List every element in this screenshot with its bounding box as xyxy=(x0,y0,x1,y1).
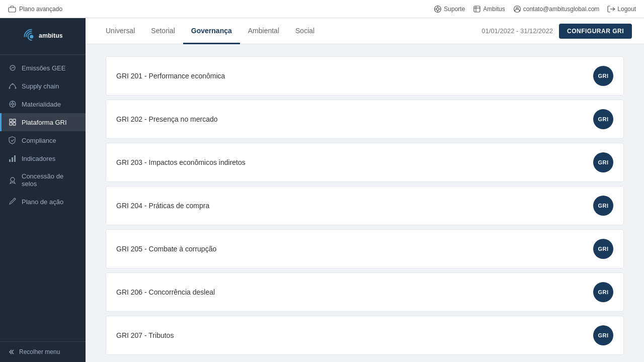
logout-label: Logout xyxy=(617,6,636,13)
gri-badge-205: GRI xyxy=(593,239,613,259)
gri-badge-207: GRI xyxy=(593,325,613,345)
contact-label: contato@ambitusglobal.com xyxy=(523,6,600,13)
sidebar-item-label: Indicadores xyxy=(22,155,55,162)
supply-chain-icon xyxy=(9,82,17,90)
sidebar-item-label: Materialidade xyxy=(22,101,61,108)
sidebar-item-materialidade[interactable]: Materialidade xyxy=(0,95,86,113)
svg-point-11 xyxy=(516,7,518,9)
tab-setorial[interactable]: Setorial xyxy=(143,18,183,44)
gri-item-label: GRI 203 - Impactos econômicos indiretos xyxy=(116,158,246,166)
main-area: GRI 201 - Performance econômica GRI GRI … xyxy=(86,44,644,362)
materialidade-icon xyxy=(9,100,17,108)
chevrons-left-icon xyxy=(7,348,15,356)
plano-acao-icon xyxy=(9,198,17,206)
svg-rect-26 xyxy=(13,119,16,122)
gri-badge-201: GRI xyxy=(593,66,613,86)
svg-point-16 xyxy=(12,83,14,85)
collapse-label: Recolher menu xyxy=(19,348,60,355)
gri-item-202[interactable]: GRI 202 - Presença no mercado GRI xyxy=(106,100,624,139)
svg-rect-28 xyxy=(13,123,16,125)
gri-item-label: GRI 205 - Combate à corrupção xyxy=(116,245,216,253)
sidebar-item-label: Plataforma GRI xyxy=(22,119,67,126)
gri-item-label: GRI 204 - Práticas de compra xyxy=(116,202,209,210)
support-label: Suporte xyxy=(444,6,465,13)
gri-badge-202: GRI xyxy=(593,109,613,129)
logout-link[interactable]: Logout xyxy=(607,5,636,13)
support-icon xyxy=(434,5,442,13)
sidebar-item-supply-chain[interactable]: Supply chain xyxy=(0,77,86,95)
ambitus-link[interactable]: Ambitus xyxy=(473,5,505,13)
svg-text:ambitus: ambitus xyxy=(39,32,63,39)
configurar-gri-button[interactable]: CONFIGURAR GRI xyxy=(559,24,632,39)
sidebar-item-label: Plano de ação xyxy=(22,198,63,206)
briefcase-icon xyxy=(8,5,16,13)
svg-rect-30 xyxy=(12,157,13,162)
gri-item-204[interactable]: GRI 204 - Práticas de compra GRI xyxy=(106,186,624,225)
sidebar-item-label: Compliance xyxy=(22,137,56,144)
plan-label: Plano avançado xyxy=(19,6,62,13)
topbar: Plano avançado Suporte Ambitus xyxy=(0,0,644,18)
svg-rect-31 xyxy=(14,155,16,162)
tab-governanca[interactable]: Governança xyxy=(183,18,240,44)
concessao-icon xyxy=(9,176,17,184)
tab-ambiental[interactable]: Ambiental xyxy=(240,18,287,44)
svg-rect-25 xyxy=(10,119,12,122)
gri-item-201[interactable]: GRI 201 - Performance econômica GRI xyxy=(106,56,624,96)
indicadores-icon xyxy=(9,154,17,162)
gri-item-label: GRI 201 - Performance econômica xyxy=(116,72,225,80)
gri-list: GRI 201 - Performance econômica GRI GRI … xyxy=(106,56,624,359)
gri-item-203[interactable]: GRI 203 - Impactos econômicos indiretos … xyxy=(106,143,624,182)
tab-universal[interactable]: Universal xyxy=(98,18,143,44)
gri-badge-203: GRI xyxy=(593,152,613,172)
emissions-icon xyxy=(9,64,17,72)
sidebar-item-compliance[interactable]: Compliance xyxy=(0,131,86,149)
sidebar-item-label: Concessão de selos xyxy=(22,172,78,188)
nav-tabs-bar: Universal Setorial Governança Ambiental … xyxy=(86,18,644,44)
sidebar-logo: ambitus xyxy=(0,18,86,55)
sidebar-item-indicadores[interactable]: Indicadores xyxy=(0,149,86,167)
svg-point-13 xyxy=(30,35,33,38)
topbar-plan: Plano avançado xyxy=(8,5,62,13)
sidebar-nav: Emissões GEE Supply chain xyxy=(0,55,86,341)
gri-item-label: GRI 206 - Concorrência desleal xyxy=(116,288,215,296)
gri-item-label: GRI 207 - Tributos xyxy=(116,331,174,339)
gri-item-205[interactable]: GRI 205 - Combate à corrupção GRI xyxy=(106,229,624,268)
main-content: Universal Setorial Governança Ambiental … xyxy=(86,18,644,362)
topbar-actions: Suporte Ambitus contato@ambitusglobal.co… xyxy=(434,5,636,13)
nav-tabs-right: 01/01/2022 - 31/12/2022 CONFIGURAR GRI xyxy=(481,18,632,44)
svg-point-15 xyxy=(10,65,15,70)
svg-rect-27 xyxy=(10,123,12,125)
gri-item-206[interactable]: GRI 206 - Concorrência desleal GRI xyxy=(106,273,624,312)
logout-icon xyxy=(607,5,615,13)
svg-rect-29 xyxy=(9,159,11,162)
svg-rect-0 xyxy=(9,8,16,12)
svg-point-32 xyxy=(11,177,15,182)
sidebar-item-label: Emissões GEE xyxy=(22,64,65,72)
svg-point-18 xyxy=(15,87,17,89)
tab-social[interactable]: Social xyxy=(287,18,323,44)
contact-link[interactable]: contato@ambitusglobal.com xyxy=(513,5,600,13)
gri-item-207[interactable]: GRI 207 - Tributos GRI xyxy=(106,316,624,355)
nav-tabs: Universal Setorial Governança Ambiental … xyxy=(98,18,323,44)
sidebar-item-concessao[interactable]: Concessão de selos xyxy=(0,167,86,193)
svg-point-20 xyxy=(12,103,14,105)
app-layout: ambitus Emissões GEE Supply xyxy=(0,18,644,362)
logo-svg: ambitus xyxy=(23,26,63,46)
support-link[interactable]: Suporte xyxy=(434,5,465,13)
date-range: 01/01/2022 - 31/12/2022 xyxy=(481,27,553,35)
sidebar-item-emissoes-gee[interactable]: Emissões GEE xyxy=(0,59,86,77)
ambitus-icon xyxy=(473,5,481,13)
gri-badge-204: GRI xyxy=(593,196,613,216)
sidebar-collapse[interactable]: Recolher menu xyxy=(0,341,86,362)
compliance-icon xyxy=(9,136,17,144)
contact-icon xyxy=(513,5,521,13)
svg-point-2 xyxy=(437,8,439,10)
gri-platform-icon xyxy=(9,118,17,126)
sidebar-item-label: Supply chain xyxy=(22,82,59,90)
gri-item-label: GRI 202 - Presença no mercado xyxy=(116,115,218,123)
sidebar: ambitus Emissões GEE Supply xyxy=(0,18,86,362)
svg-rect-7 xyxy=(474,6,480,12)
sidebar-item-plano-acao[interactable]: Plano de ação xyxy=(0,193,86,211)
sidebar-item-plataforma-gri[interactable]: Plataforma GRI xyxy=(0,113,86,131)
ambitus-label: Ambitus xyxy=(483,6,505,13)
